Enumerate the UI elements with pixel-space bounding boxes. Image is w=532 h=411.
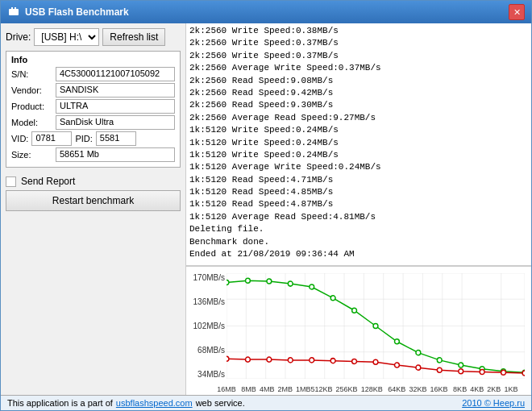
svg-point-34 — [459, 363, 463, 367]
x-axis-label: 4MB — [260, 385, 275, 393]
svg-point-41 — [288, 358, 293, 363]
product-label: Product: — [11, 102, 56, 111]
title-bar-left: USB Flash Benchmark — [7, 6, 129, 19]
x-axis-label: 16KB — [430, 385, 448, 393]
svg-point-49 — [459, 369, 463, 374]
drive-row: Drive: [USB] H:\ Refresh list — [6, 28, 181, 46]
log-line: 2k:2560 Average Write Speed:0.37MB/s — [189, 62, 528, 74]
info-title: Info — [11, 55, 175, 64]
log-line: 2k:2560 Read Speed:9.30MB/s — [189, 99, 528, 111]
log-line: 2k:2560 Read Speed:9.42MB/s — [189, 87, 528, 99]
log-area[interactable]: 2k:2560 Write Speed:0.38MB/s2k:2560 Writ… — [186, 23, 531, 266]
x-axis-label: 512KB — [310, 385, 332, 393]
content-area: Drive: [USB] H:\ Refresh list Info S/N: … — [1, 23, 531, 395]
size-value: 58651 Mb — [56, 147, 175, 162]
y-axis-label: 102MB/s — [188, 322, 225, 330]
main-window: USB Flash Benchmark ✕ Drive: [USB] H:\ R… — [0, 0, 532, 411]
drive-label: Drive: — [6, 31, 31, 43]
log-line: 1k:5120 Average Write Speed:0.24MB/s — [189, 161, 528, 173]
send-report-row: Send Report — [6, 176, 181, 187]
x-axis-label: 1KB — [504, 385, 517, 393]
svg-point-47 — [416, 365, 421, 370]
pid-value: 5581 — [96, 131, 136, 146]
vendor-label: Vendor: — [11, 85, 56, 95]
x-axis-label: 128KB — [361, 385, 383, 393]
pid-label: PID: — [75, 134, 92, 143]
log-line: 2k:2560 Read Speed:9.08MB/s — [189, 75, 528, 87]
svg-point-48 — [437, 367, 442, 372]
log-line: 2k:2560 Write Speed:0.38MB/s — [189, 25, 528, 37]
close-button[interactable]: ✕ — [509, 4, 525, 20]
chart-area: 170MB/s136MB/s102MB/s68MB/s34MB/s16MB8MB… — [186, 266, 531, 395]
svg-point-40 — [267, 357, 272, 362]
y-axis-label: 34MB/s — [188, 370, 225, 379]
x-axis-label: 4KB — [470, 385, 484, 393]
svg-point-52 — [522, 371, 525, 376]
footer-link[interactable]: usbflashspeed.com — [116, 398, 193, 408]
footer-suffix: web service. — [196, 398, 245, 408]
vendor-row: Vendor: SANDISK — [11, 83, 175, 98]
sn-label: S/N: — [11, 69, 56, 79]
svg-point-28 — [330, 296, 335, 301]
svg-point-24 — [246, 278, 251, 283]
log-line: 1k:5120 Read Speed:4.71MB/s — [189, 174, 528, 186]
svg-point-25 — [267, 279, 272, 284]
svg-point-50 — [480, 370, 484, 375]
vid-value: 0781 — [31, 131, 72, 146]
svg-rect-1 — [11, 7, 13, 10]
refresh-button[interactable]: Refresh list — [102, 28, 165, 46]
vendor-value: SANDISK — [56, 83, 175, 98]
send-report-label: Send Report — [21, 176, 75, 187]
x-axis-label: 256KB — [336, 385, 358, 393]
svg-point-30 — [373, 323, 378, 328]
x-axis-label: 1MB — [296, 385, 311, 393]
x-axis-label: 64KB — [388, 385, 405, 393]
benchmark-chart — [227, 273, 525, 379]
log-line: 2k:2560 Average Read Speed:9.27MB/s — [189, 112, 528, 124]
left-panel: Drive: [USB] H:\ Refresh list Info S/N: … — [1, 23, 186, 395]
log-line: 1k:5120 Average Read Speed:4.81MB/s — [189, 211, 528, 223]
log-line: 2k:2560 Write Speed:0.37MB/s — [189, 37, 528, 49]
product-row: Product: ULTRA — [11, 99, 175, 114]
svg-point-51 — [501, 370, 506, 375]
svg-point-27 — [310, 284, 314, 289]
svg-point-23 — [227, 280, 229, 285]
vid-pid-row: VID: 0781 PID: 5581 — [11, 131, 175, 146]
log-line: 1k:5120 Write Speed:0.24MB/s — [189, 124, 528, 136]
send-report-checkbox[interactable] — [6, 176, 16, 187]
svg-point-43 — [330, 359, 335, 363]
log-line: Ended at 21/08/2019 09:36:44 AM — [189, 248, 528, 260]
footer: This application is a part of usbflashsp… — [1, 395, 531, 410]
info-box: Info S/N: 4C530001121007105092 Vendor: S… — [6, 51, 181, 168]
footer-text: This application is a part of — [7, 398, 113, 408]
y-axis-label: 68MB/s — [188, 346, 225, 355]
svg-point-39 — [246, 357, 251, 362]
vid-label: VID: — [11, 134, 28, 143]
svg-point-44 — [352, 359, 357, 363]
svg-rect-0 — [9, 9, 19, 15]
log-line: 1k:5120 Write Speed:0.24MB/s — [189, 149, 528, 161]
footer-right[interactable]: 2010 © Heep.ru — [462, 398, 525, 408]
log-line: 1k:5120 Read Speed:4.87MB/s — [189, 198, 528, 210]
y-axis-label: 136MB/s — [188, 297, 225, 306]
title-bar: USB Flash Benchmark ✕ — [1, 1, 531, 23]
svg-point-45 — [373, 359, 378, 364]
usb-icon — [7, 6, 20, 19]
drive-select[interactable]: [USB] H:\ — [34, 28, 99, 46]
x-axis-label: 2MB — [278, 385, 293, 393]
right-panel: 2k:2560 Write Speed:0.38MB/s2k:2560 Writ… — [186, 23, 531, 395]
log-line: Deleting file. — [189, 223, 528, 235]
restart-button[interactable]: Restart benchmark — [6, 190, 181, 211]
sn-row: S/N: 4C530001121007105092 — [11, 67, 175, 81]
svg-point-31 — [395, 339, 400, 344]
svg-rect-2 — [15, 7, 16, 10]
log-line: 1k:5120 Read Speed:4.85MB/s — [189, 186, 528, 198]
sn-value: 4C530001121007105092 — [56, 67, 175, 81]
size-label: Size: — [11, 150, 56, 160]
svg-point-32 — [416, 351, 421, 355]
x-axis-label: 8MB — [241, 385, 256, 393]
x-axis-label: 16MB — [217, 385, 236, 393]
model-row: Model: SanDisk Ultra — [11, 115, 175, 130]
x-axis-label: 8KB — [453, 385, 467, 393]
svg-point-33 — [437, 358, 442, 363]
